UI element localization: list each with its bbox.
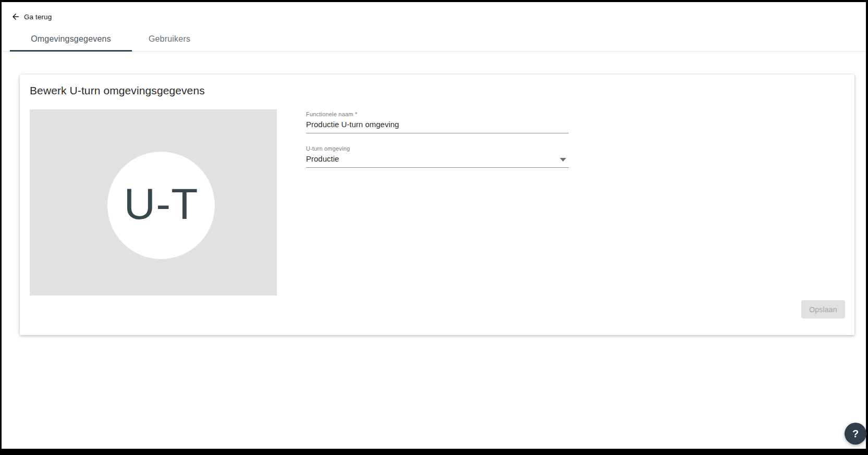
back-link[interactable]: Ga terug (11, 12, 52, 21)
functional-name-input[interactable] (306, 117, 569, 133)
arrow-left-icon (11, 12, 20, 21)
question-mark-icon: ? (852, 428, 859, 440)
environment-avatar: U-T (107, 152, 215, 259)
tab-bar: Omgevingsgegevens Gebruikers (2, 27, 866, 52)
uturn-environment-select[interactable]: U-turn omgeving Productie (306, 144, 569, 168)
tab-gebruikers[interactable]: Gebruikers (132, 27, 207, 51)
environment-avatar-initials: U-T (124, 179, 199, 229)
functional-name-label: Functionele naam * (306, 109, 569, 117)
uturn-environment-value: Productie (306, 152, 569, 168)
back-link-label: Ga terug (24, 13, 52, 21)
tab-label: Omgevingsgegevens (31, 34, 111, 44)
tab-label: Gebruikers (149, 34, 190, 44)
save-button[interactable]: Opslaan (801, 300, 845, 318)
chevron-down-icon (560, 158, 566, 162)
functional-name-field: Functionele naam * (306, 109, 569, 133)
page-title: Bewerk U-turn omgevingsgegevens (30, 84, 845, 97)
tab-omgevingsgegevens[interactable]: Omgevingsgegevens (10, 27, 132, 51)
environment-image-placeholder: U-T (30, 109, 277, 296)
environment-form: Functionele naam * U-turn omgeving Produ… (306, 109, 569, 296)
card-content: U-T Functionele naam * U-turn omgeving P… (30, 109, 845, 296)
edit-environment-card: Bewerk U-turn omgevingsgegevens U-T Func… (20, 75, 854, 335)
help-button[interactable]: ? (845, 423, 866, 445)
uturn-environment-label: U-turn omgeving (306, 144, 569, 152)
